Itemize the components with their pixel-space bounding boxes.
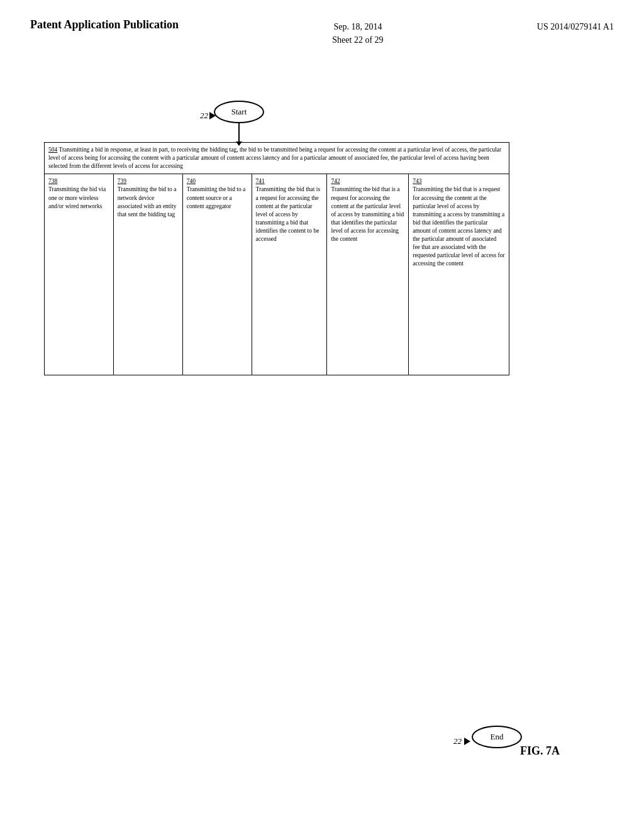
- end-step-number: 22: [453, 736, 470, 746]
- diagram-area: Start 22 504 Transmitting a bid in respo…: [19, 82, 623, 799]
- publication-title: Patent Application Publication: [30, 18, 179, 32]
- main-process-cell: 504 Transmitting a bid in response, at l…: [45, 143, 509, 174]
- figure-label: FIG. 7A: [520, 744, 560, 758]
- col6-cell: 743 Transmitting the bid that is a reque…: [409, 174, 509, 375]
- col2-cell: 739 Transmitting the bid to a network de…: [113, 174, 182, 375]
- publication-date: Sep. 18, 2014 Sheet 22 of 29: [332, 18, 383, 47]
- main-process-row: 504 Transmitting a bid in response, at l…: [45, 143, 509, 174]
- publication-number: US 2014/0279141 A1: [537, 18, 614, 33]
- arrow-right-icon: [209, 112, 216, 119]
- col1-cell: 738 Transmitting the bid via one or more…: [45, 174, 114, 375]
- page-header: Patent Application Publication Sep. 18, …: [0, 0, 644, 53]
- start-step-number: 22: [200, 111, 216, 121]
- flow-table: 504 Transmitting a bid in response, at l…: [44, 142, 509, 375]
- col4-cell: 741 Transmitting the bid that is a reque…: [252, 174, 327, 375]
- arrow-down-start: [238, 123, 240, 142]
- sub-boxes-row: 738 Transmitting the bid via one or more…: [45, 174, 509, 375]
- start-oval: Start: [214, 101, 264, 123]
- end-oval: End: [472, 726, 522, 748]
- arrow-right-end-icon: [464, 738, 470, 745]
- col5-cell: 742 Transmitting the bid that is a reque…: [327, 174, 409, 375]
- col3-cell: 740 Transmitting the bid to a content so…: [182, 174, 252, 375]
